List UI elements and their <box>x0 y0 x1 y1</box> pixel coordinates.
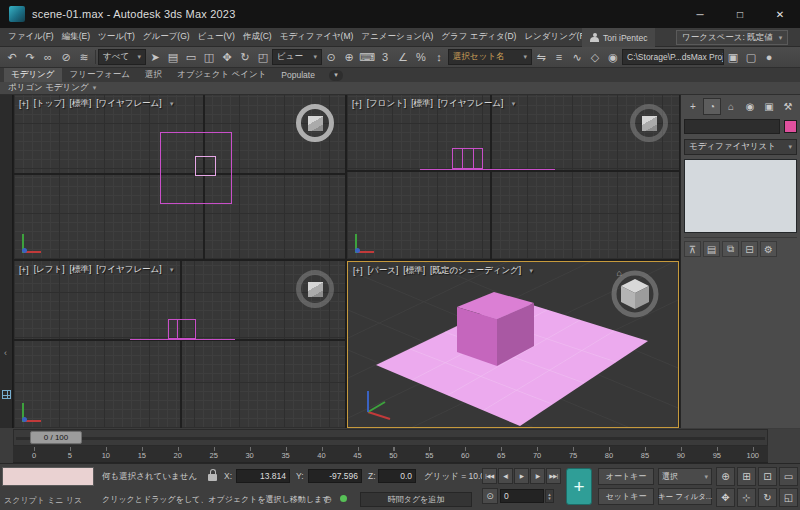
box-wireframe[interactable] <box>452 148 483 169</box>
menu-item[interactable]: ビュー(V) <box>194 28 239 46</box>
user-account-button[interactable]: Tori iPentec <box>582 28 655 47</box>
current-frame-field[interactable]: 0 <box>500 489 544 503</box>
viewport-label-flag-icon[interactable]: ▼ <box>169 267 175 273</box>
material-editor-icon[interactable]: ◉ <box>604 48 622 66</box>
clock-icon[interactable]: ◷ <box>324 494 332 504</box>
pin-stack-icon[interactable]: ⊼ <box>684 241 701 257</box>
menu-item[interactable]: グループ(G) <box>139 28 194 46</box>
modifier-stack-list[interactable] <box>684 159 797 233</box>
viewport-label-flag-icon[interactable]: ▼ <box>510 101 516 107</box>
viewport-standard-label[interactable]: [標準] <box>403 265 425 277</box>
viewport-layout-2x2-icon[interactable] <box>2 390 11 399</box>
show-end-result-icon[interactable]: ▤ <box>703 241 720 257</box>
go-to-start-button[interactable]: |◀◀ <box>482 468 497 484</box>
viewport-shading-label[interactable]: [ワイヤフレーム] <box>438 98 503 110</box>
render-production-icon[interactable]: ● <box>760 48 778 66</box>
rendered-frame-window-icon[interactable]: ▢ <box>742 48 760 66</box>
modify-tab[interactable]: ◔ <box>703 98 721 115</box>
select-and-rotate-icon[interactable]: ↻ <box>236 48 254 66</box>
hierarchy-tab[interactable]: ⌂ <box>722 98 740 115</box>
viewport-plus-menu[interactable]: [+] <box>352 99 362 109</box>
plane-wireframe[interactable] <box>130 339 235 340</box>
play-button[interactable]: ▶ <box>514 468 529 484</box>
track-bar[interactable]: 0510152025303540455055606570758085909510… <box>13 446 768 463</box>
viewport-pov-label[interactable]: [フロント] <box>367 98 407 110</box>
viewport-shading-label[interactable]: [ワイヤフレーム] <box>96 264 161 276</box>
zoom-all-icon[interactable]: ⊞ <box>737 467 756 486</box>
spinner-down-icon[interactable]: ▾ <box>548 496 551 500</box>
maximize-viewport-toggle-icon[interactable]: ◱ <box>779 488 798 507</box>
menu-item[interactable]: アニメーション(A) <box>357 28 437 46</box>
next-frame-button[interactable]: |▶ <box>530 468 545 484</box>
angle-snap-icon[interactable]: ∠ <box>394 48 412 66</box>
object-color-swatch[interactable] <box>784 120 797 133</box>
redo-icon[interactable]: ↷ <box>21 48 39 66</box>
time-slider[interactable]: 0 / 100 <box>13 429 768 446</box>
motion-tab[interactable]: ◉ <box>741 98 759 115</box>
pan-icon[interactable]: ✥ <box>716 488 735 507</box>
x-coordinate-field[interactable]: 13.814 <box>236 469 290 483</box>
object-name-field[interactable] <box>684 119 780 134</box>
close-button[interactable]: ✕ <box>760 0 800 28</box>
project-folder-dropdown[interactable]: C:\Storage\P...dsMax Project ▾ <box>622 49 724 65</box>
y-coordinate-field[interactable]: -97.596 <box>308 469 362 483</box>
select-by-name-icon[interactable]: ▤ <box>164 48 182 66</box>
viewcube[interactable] <box>296 104 334 142</box>
configure-modifier-sets-icon[interactable]: ⚙ <box>760 241 777 257</box>
create-key-button[interactable]: + <box>566 468 592 505</box>
viewport-front[interactable]: [+] [フロント] [標準] [ワイヤフレーム] ▼ <box>347 95 679 259</box>
snap-toggle-3d-icon[interactable]: 3 <box>376 48 394 66</box>
window-crossing-icon[interactable]: ◫ <box>200 48 218 66</box>
add-time-tag-button[interactable]: 時間タグを追加 <box>360 492 472 507</box>
select-and-manipulate-icon[interactable]: ⊕ <box>340 48 358 66</box>
viewport-label-flag-icon[interactable]: ▼ <box>528 268 534 274</box>
bind-to-space-warp-icon[interactable]: ≋ <box>75 48 93 66</box>
display-tab[interactable]: ▣ <box>760 98 778 115</box>
viewport-standard-label[interactable]: [標準] <box>70 264 92 276</box>
key-filters-button[interactable]: キー フィルタ... <box>658 488 712 505</box>
viewport-label-flag-icon[interactable]: ▼ <box>169 101 175 107</box>
ribbon-collapse-icon[interactable]: ▾ <box>329 70 343 81</box>
ribbon-tab[interactable]: フリーフォーム <box>63 68 138 82</box>
ribbon-tab[interactable]: Populate <box>274 68 322 82</box>
go-to-end-button[interactable]: ▶▶| <box>546 468 561 484</box>
menu-item[interactable]: 編集(E) <box>58 28 94 46</box>
polygon-modeling-panel-tab[interactable]: ポリゴン モデリング <box>8 82 89 94</box>
render-setup-icon[interactable]: ▣ <box>724 48 742 66</box>
viewport-pov-label[interactable]: [トップ] <box>34 98 65 110</box>
minimize-button[interactable]: ─ <box>680 0 720 28</box>
zoom-region-icon[interactable]: ▭ <box>779 467 798 486</box>
utilities-tab[interactable]: ⚒ <box>779 98 797 115</box>
menu-item[interactable]: ツール(T) <box>94 28 139 46</box>
viewport-left[interactable]: [+] [レフト] [標準] [ワイヤフレーム] ▼ <box>14 261 345 428</box>
viewport-pov-label[interactable]: [レフト] <box>34 264 65 276</box>
ribbon-tab[interactable]: 選択 <box>138 68 169 82</box>
curve-editor-icon[interactable]: ∿ <box>568 48 586 66</box>
mirror-icon[interactable]: ⇋ <box>532 48 550 66</box>
viewport-perspective-active[interactable]: ⌂ [+] [パース] [標準] [既定のシェーディング] ▼ <box>347 261 679 428</box>
viewport-plus-menu[interactable]: [+] <box>19 99 29 109</box>
frame-spinner[interactable]: ▴ ▾ <box>545 489 554 503</box>
set-key-button[interactable]: セットキー <box>598 488 654 505</box>
progressive-display-status-icon[interactable] <box>340 495 347 502</box>
select-object-icon[interactable]: ➤ <box>146 48 164 66</box>
viewport-standard-label[interactable]: [標準] <box>411 98 433 110</box>
named-selection-sets-dropdown[interactable]: 選択セット名 ▾ <box>448 49 532 65</box>
select-and-scale-icon[interactable]: ◰ <box>254 48 272 66</box>
menu-item[interactable]: グラフ エディタ(D) <box>437 28 520 46</box>
menu-item[interactable]: 作成(C) <box>239 28 276 46</box>
undo-icon[interactable]: ↶ <box>3 48 21 66</box>
selection-region-icon[interactable]: ▭ <box>182 48 200 66</box>
viewport-standard-label[interactable]: [標準] <box>70 98 92 110</box>
walk-through-icon[interactable]: ⊹ <box>737 488 756 507</box>
zoom-icon[interactable]: ⊕ <box>716 467 735 486</box>
ribbon-tab[interactable]: モデリング <box>4 68 62 82</box>
maximize-button[interactable]: □ <box>720 0 760 28</box>
ribbon-tab[interactable]: オブジェクト ペイント <box>170 68 273 82</box>
align-icon[interactable]: ≡ <box>550 48 568 66</box>
modifier-list-dropdown[interactable]: モディファイヤリスト ▾ <box>684 139 797 155</box>
viewport-shading-label[interactable]: [既定のシェーディング] <box>430 265 521 277</box>
use-pivot-center-icon[interactable]: ⊙ <box>322 48 340 66</box>
select-and-link-icon[interactable]: ∞ <box>39 48 57 66</box>
box-wireframe[interactable] <box>168 319 196 339</box>
